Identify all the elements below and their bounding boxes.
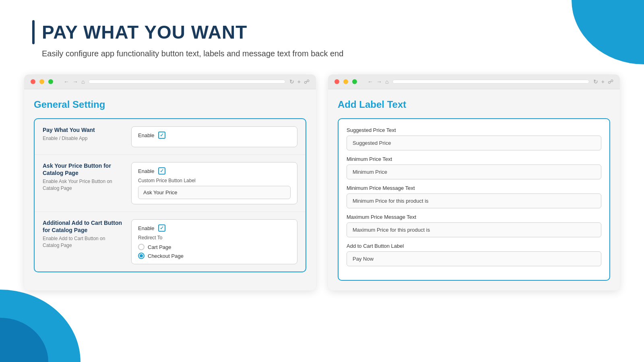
- pay-what-you-want-desc: Enable / Disable App: [43, 135, 123, 142]
- label-field-minimum-price-message: Minimum Price Message Text: [347, 185, 601, 208]
- ask-price-desc: Enable Ask Your Price Button on Catalog …: [43, 178, 123, 192]
- browser-actions: ↻ + ☍: [289, 78, 310, 85]
- browser-controls: ← → ⌂: [64, 78, 85, 85]
- browser-dot-green[interactable]: [48, 79, 53, 84]
- minimum-price-message-label: Minimum Price Message Text: [347, 185, 601, 191]
- minimum-price-input[interactable]: [347, 165, 601, 179]
- right-browser-controls: ← → ⌂: [367, 78, 388, 85]
- checkmark-icon-2: ✓: [160, 168, 164, 174]
- refresh-icon[interactable]: ↻: [289, 78, 294, 85]
- add-to-cart-checkbox[interactable]: ✓: [158, 224, 165, 232]
- add-to-cart-enable-row: Enable ✓: [138, 224, 291, 232]
- label-field-add-to-cart-label: Add to Cart Button Label: [347, 243, 601, 266]
- setting-row-pay-what-you-want: Pay What You Want Enable / Disable App E…: [35, 119, 305, 155]
- ask-price-title: Ask Your Price Button for Catalog Page: [43, 162, 123, 177]
- add-to-cart-enable-label: Enable: [138, 225, 154, 231]
- left-browser-content: General Setting Pay What You Want Enable…: [24, 89, 316, 282]
- label-text-panel: Suggested Price Text Minimum Price Text …: [338, 118, 610, 281]
- add-to-cart-desc: Enable Add to Cart Button on Catalog Pag…: [43, 235, 123, 249]
- right-browser-window: ← → ⌂ ↻ + ☍ Add Label Text Suggested Pri…: [328, 74, 620, 290]
- radio-cart-label: Cart Page: [148, 244, 171, 250]
- ask-price-enable-row: Enable ✓: [138, 167, 291, 175]
- right-menu-icon[interactable]: ☍: [608, 78, 613, 85]
- maximum-price-message-input[interactable]: [347, 222, 601, 237]
- ask-your-price-input[interactable]: [138, 186, 291, 199]
- right-home-icon[interactable]: ⌂: [385, 78, 388, 85]
- browser-dot-yellow[interactable]: [39, 79, 44, 84]
- redirect-radio-group: Cart Page Checkout Page: [138, 244, 291, 259]
- add-to-cart-button-label-input[interactable]: [347, 251, 601, 266]
- redirect-to-label: Redirect To: [138, 235, 291, 241]
- radio-circle-cart[interactable]: [138, 244, 144, 250]
- pay-what-you-want-title: Pay What You Want: [43, 126, 123, 134]
- add-tab-icon[interactable]: +: [297, 78, 301, 85]
- label-field-maximum-price-message: Maximum Price Message Text: [347, 214, 601, 237]
- right-refresh-icon[interactable]: ↻: [593, 78, 598, 85]
- ask-price-control: Enable ✓ Custom Price Button Label: [131, 162, 297, 204]
- suggested-price-text-label: Suggested Price Text: [347, 127, 601, 133]
- radio-cart-page[interactable]: Cart Page: [138, 244, 291, 250]
- add-to-cart-title: Additional Add to Cart Button for Catalo…: [43, 219, 123, 234]
- right-browser-content: Add Label Text Suggested Price Text Mini…: [328, 89, 620, 290]
- back-icon[interactable]: ←: [64, 78, 69, 85]
- add-to-cart-button-label-text: Add to Cart Button Label: [347, 243, 601, 249]
- ask-price-checkbox[interactable]: ✓: [158, 167, 165, 175]
- left-browser-window: ← → ⌂ ↻ + ☍ General Setting Pay What You…: [24, 74, 316, 290]
- label-field-minimum-price: Minimum Price Text: [347, 156, 601, 179]
- radio-dot-checkout: [140, 254, 143, 257]
- ask-price-enable-label: Enable: [138, 168, 154, 174]
- pay-what-you-want-checkbox[interactable]: ✓: [158, 132, 165, 139]
- right-browser-dot-green[interactable]: [352, 79, 357, 84]
- pay-what-you-want-enable-row: Enable ✓: [138, 132, 291, 139]
- suggested-price-input[interactable]: [347, 136, 601, 150]
- general-settings-panel: Pay What You Want Enable / Disable App E…: [34, 118, 306, 272]
- setting-label-pay-what-you-want: Pay What You Want Enable / Disable App: [43, 126, 123, 142]
- right-browser-dot-yellow[interactable]: [343, 79, 348, 84]
- add-label-text-title: Add Label Text: [338, 99, 610, 110]
- title-wrapper: PAY WHAT YOU WANT: [32, 20, 612, 44]
- label-field-suggested-price: Suggested Price Text: [347, 127, 601, 150]
- minimum-price-text-label: Minimum Price Text: [347, 156, 601, 162]
- checkmark-icon: ✓: [160, 132, 164, 138]
- maximum-price-message-label: Maximum Price Message Text: [347, 214, 601, 220]
- right-browser-bar: ← → ⌂ ↻ + ☍: [328, 74, 620, 89]
- radio-circle-checkout[interactable]: [138, 253, 144, 259]
- right-browser-dot-red[interactable]: [334, 79, 339, 84]
- setting-row-ask-price: Ask Your Price Button for Catalog Page E…: [35, 155, 305, 212]
- setting-label-add-to-cart: Additional Add to Cart Button for Catalo…: [43, 219, 123, 249]
- radio-checkout-page[interactable]: Checkout Page: [138, 253, 291, 259]
- right-forward-icon[interactable]: →: [376, 78, 382, 85]
- radio-checkout-label: Checkout Page: [148, 253, 184, 259]
- general-setting-title: General Setting: [34, 99, 306, 110]
- forward-icon[interactable]: →: [72, 78, 78, 85]
- main-content: ← → ⌂ ↻ + ☍ General Setting Pay What You…: [0, 70, 644, 294]
- custom-price-button-label-text: Custom Price Button Label: [138, 178, 291, 183]
- add-to-cart-control: Enable ✓ Redirect To Cart Page: [131, 219, 297, 264]
- home-icon[interactable]: ⌂: [81, 78, 85, 85]
- checkmark-icon-3: ✓: [160, 225, 164, 231]
- browser-dot-red[interactable]: [31, 79, 35, 84]
- right-browser-actions: ↻ + ☍: [593, 78, 613, 85]
- page-subtitle: Easily configure app functionality butto…: [42, 49, 612, 58]
- page-title: PAY WHAT YOU WANT: [42, 21, 247, 43]
- left-browser-bar: ← → ⌂ ↻ + ☍: [24, 74, 316, 89]
- title-accent-bar: [32, 20, 35, 44]
- right-browser-search-bar[interactable]: [392, 80, 589, 84]
- browser-search-bar[interactable]: [89, 80, 285, 84]
- minimum-price-message-input[interactable]: [347, 193, 601, 208]
- setting-row-add-to-cart: Additional Add to Cart Button for Catalo…: [35, 212, 305, 272]
- menu-icon[interactable]: ☍: [304, 78, 310, 85]
- page-header: PAY WHAT YOU WANT Easily configure app f…: [0, 0, 644, 70]
- right-add-tab-icon[interactable]: +: [601, 78, 605, 85]
- right-back-icon[interactable]: ←: [367, 78, 373, 85]
- setting-label-ask-price: Ask Your Price Button for Catalog Page E…: [43, 162, 123, 192]
- pay-what-you-want-enable-label: Enable: [138, 132, 154, 138]
- pay-what-you-want-control: Enable ✓: [131, 126, 297, 147]
